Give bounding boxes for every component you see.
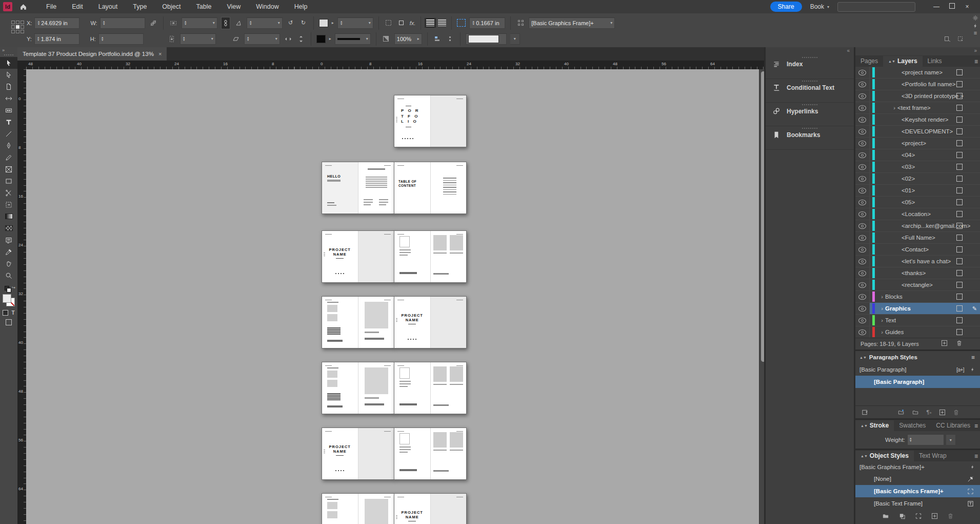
new-layer-icon[interactable]: [941, 340, 948, 346]
visibility-eye-icon[interactable]: [858, 93, 866, 99]
text-wrap-bounding-icon[interactable]: [438, 20, 446, 26]
flip-horizontal-icon[interactable]: [284, 34, 293, 44]
visibility-eye-icon[interactable]: [858, 152, 866, 158]
layer-eye-cell[interactable]: [855, 291, 870, 302]
constrain-dimensions-icon[interactable]: [149, 18, 158, 28]
layer-target-square[interactable]: [956, 176, 963, 182]
style-preview-dropdown[interactable]: [466, 33, 507, 45]
layer-eye-cell[interactable]: [855, 67, 870, 78]
drop-shadow-icon[interactable]: [397, 18, 406, 28]
proxy-cell[interactable]: [16, 30, 19, 33]
spread-page[interactable]: [394, 428, 430, 479]
paragraph-lightning-icon[interactable]: [970, 366, 975, 373]
layer-row[interactable]: <Keyshot render>: [855, 114, 980, 126]
delete-object-style-trash-icon[interactable]: [947, 513, 954, 519]
scale-y-field[interactable]: ▲▼▾: [180, 33, 216, 45]
stroke-weight-dropdown-icon[interactable]: ▾: [946, 434, 956, 445]
object-style-row[interactable]: [None]: [855, 473, 980, 485]
layer-row[interactable]: <project>: [855, 138, 980, 149]
panel-button-grip[interactable]: [802, 81, 817, 82]
paragraph-styles-menu-icon[interactable]: ≡: [971, 354, 975, 360]
layer-eye-cell[interactable]: [855, 102, 870, 113]
layer-eye-cell[interactable]: [855, 90, 870, 102]
document-spread[interactable]: P O RT F OL I O: [394, 95, 467, 147]
object-styles-tab-text-wrap[interactable]: Text Wrap: [914, 451, 952, 461]
opacity-field[interactable]: 100%▸: [394, 33, 422, 45]
search-input[interactable]: [837, 2, 915, 12]
object-style-row[interactable]: [Basic Text Frame]: [855, 497, 980, 510]
document-spread[interactable]: TABLE OFCONTENT: [394, 162, 467, 214]
panel-button-bookmarks[interactable]: Bookmarks: [766, 128, 854, 150]
gap-tool-icon[interactable]: [0, 92, 17, 104]
free-transform-tool-icon[interactable]: [0, 199, 17, 210]
layers-tab-pages[interactable]: Pages: [855, 56, 883, 67]
layer-target-square[interactable]: [956, 164, 963, 170]
spread-page[interactable]: [358, 428, 394, 479]
proxy-cell[interactable]: [16, 21, 19, 24]
layer-target-square[interactable]: [956, 117, 963, 123]
rotation-angle-field[interactable]: ▲▼▾: [247, 17, 283, 29]
layer-target-square[interactable]: [956, 69, 963, 75]
visibility-eye-icon[interactable]: [858, 211, 866, 217]
minimize-button[interactable]: —: [929, 0, 944, 13]
spread-page[interactable]: PROJECTNAME: [394, 297, 430, 348]
object-style-row[interactable]: [Basic Graphics Frame]+: [855, 485, 980, 497]
document-spread[interactable]: [322, 362, 394, 414]
object-style-dropdown[interactable]: [Basic Graphics Frame]+▾: [529, 17, 615, 29]
spread-page[interactable]: [322, 362, 358, 414]
document-spread[interactable]: [322, 493, 394, 524]
layer-row[interactable]: ›Graphics✎: [855, 303, 980, 315]
stroke-tab-cc-libraries[interactable]: CC Libraries: [931, 420, 975, 431]
expand-chevron-icon[interactable]: ›: [891, 105, 897, 111]
visibility-eye-icon[interactable]: [858, 82, 866, 87]
layer-target-square[interactable]: [956, 140, 963, 146]
close-button[interactable]: ×: [959, 0, 975, 13]
h-field[interactable]: ▲▼: [98, 33, 144, 45]
maximize-button[interactable]: [944, 0, 959, 13]
new-object-style-icon[interactable]: [931, 513, 938, 519]
proxy-cell[interactable]: [11, 25, 15, 29]
layer-row[interactable]: ›<text frame>: [855, 102, 980, 114]
style-folder-icon[interactable]: [912, 409, 919, 415]
hand-tool-icon[interactable]: [0, 258, 17, 269]
layer-row[interactable]: <thanks>: [855, 267, 980, 279]
formatting-affects-text-icon[interactable]: T: [11, 310, 14, 316]
page-tool-icon[interactable]: [0, 81, 17, 92]
layer-eye-cell[interactable]: [855, 232, 870, 243]
spread-page[interactable]: [430, 428, 467, 479]
layer-eye-cell[interactable]: [855, 79, 870, 90]
spread-page[interactable]: [430, 95, 467, 147]
book-dropdown[interactable]: Book▾: [810, 3, 829, 10]
tools-panel-grip[interactable]: [4, 54, 13, 55]
layer-row[interactable]: <04>: [855, 149, 980, 161]
spread-page[interactable]: [322, 494, 358, 524]
document-spread[interactable]: [394, 428, 467, 480]
visibility-eye-icon[interactable]: [858, 105, 866, 111]
spread-page[interactable]: [430, 231, 467, 282]
visibility-eye-icon[interactable]: [858, 306, 866, 312]
layer-target-square[interactable]: [956, 152, 963, 158]
layer-row[interactable]: <Location>: [855, 208, 980, 220]
stroke-tab-stroke[interactable]: ▲▼Stroke: [855, 420, 894, 431]
menu-type[interactable]: Type: [125, 0, 154, 13]
layer-target-square[interactable]: [956, 305, 963, 312]
layer-eye-cell[interactable]: [855, 149, 870, 161]
layer-target-square[interactable]: [956, 187, 963, 193]
spread-page[interactable]: [358, 231, 394, 282]
layers-tab-layers[interactable]: ▲▼Layers: [883, 56, 923, 67]
spread-page[interactable]: [358, 362, 394, 414]
gap-field[interactable]: ▲▼0.1667 in: [469, 17, 505, 29]
spread-page[interactable]: [322, 297, 358, 348]
clear-overrides-icon[interactable]: [898, 513, 906, 519]
eyedropper-tool-icon[interactable]: [0, 246, 17, 258]
expand-chevron-icon[interactable]: ›: [879, 305, 885, 312]
spread-page[interactable]: HELLO: [322, 162, 358, 214]
layer-row[interactable]: ›Text: [855, 315, 980, 326]
visibility-eye-icon[interactable]: [858, 235, 866, 241]
layer-target-square[interactable]: [956, 199, 963, 205]
redefine-style-icon[interactable]: [862, 409, 869, 416]
layer-target-square[interactable]: [956, 235, 963, 241]
proxy-cell[interactable]: [11, 21, 15, 24]
share-button[interactable]: Share: [770, 2, 802, 12]
spread-page[interactable]: [394, 231, 430, 282]
